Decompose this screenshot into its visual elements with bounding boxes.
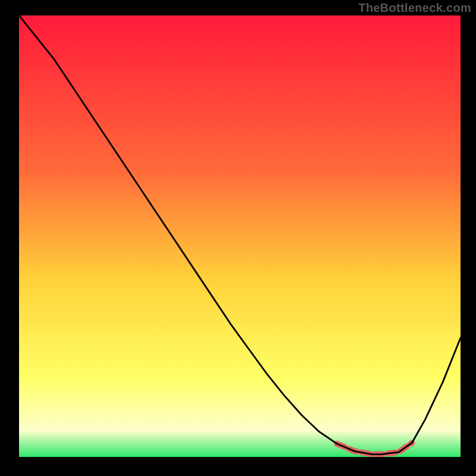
chart-page: TheBottleneck.com: [0, 0, 476, 476]
plot-area: [19, 15, 461, 457]
gradient-background: [19, 15, 461, 457]
watermark-label: TheBottleneck.com: [358, 1, 471, 15]
bottleneck-chart: [19, 15, 461, 457]
